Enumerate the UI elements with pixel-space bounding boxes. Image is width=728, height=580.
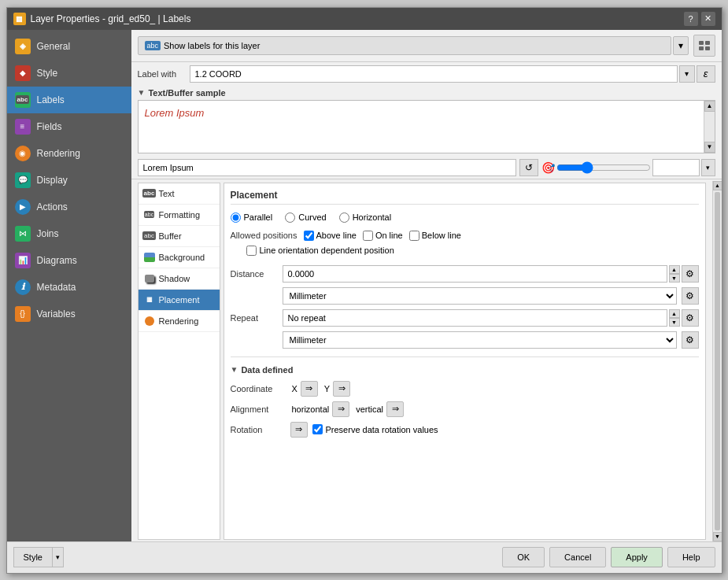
svg-rect-0 [699,41,704,45]
repeat-unit-select[interactable]: Millimeter [283,331,677,349]
divider [231,356,699,357]
distance-spin-down[interactable]: ▼ [669,274,680,283]
scroll-up-btn[interactable]: ▲ [704,101,715,112]
help-button[interactable]: Help [667,547,715,567]
sidebar-item-labels[interactable]: abc Labels [7,87,131,113]
shadow-icon [143,273,156,284]
sidebar-item-metadata[interactable]: ℹ Metadata [7,274,131,301]
coordinate-y-btn[interactable]: ⇒ [333,381,350,397]
horizontal-radio[interactable] [339,212,349,223]
coordinate-y-item: Y ⇒ [324,381,350,397]
scroll-down-btn[interactable]: ▼ [704,142,715,153]
alignment-h-btn[interactable]: ⇒ [332,401,349,417]
apply-button[interactable]: Apply [611,547,663,567]
repeat-spin-up[interactable]: ▲ [669,309,680,318]
repeat-data-defined-btn[interactable]: ⚙ [682,309,699,327]
sidebar-item-style[interactable]: ◆ Style [7,60,131,87]
on-line-check-item[interactable]: On line [363,231,403,241]
distance-unit-select[interactable]: Millimeter [283,287,677,305]
parallel-radio-item[interactable]: Parallel [231,212,273,223]
below-line-check-item[interactable]: Below line [409,231,461,241]
sub-label-placement: Placement [159,295,200,305]
curved-radio-item[interactable]: Curved [285,212,326,223]
sub-item-formatting[interactable]: abc Formatting [139,205,220,226]
search-bar: ↺ 🎯 ▾ [131,157,722,179]
line-orientation-checkbox[interactable] [246,246,257,256]
preserve-checkbox[interactable] [312,424,323,434]
color-dropdown-arrow[interactable]: ▾ [701,159,715,176]
on-line-checkbox[interactable] [363,231,373,241]
scroll-down-button[interactable]: ▼ [713,532,722,541]
coordinate-x-btn[interactable]: ⇒ [301,381,318,397]
refresh-button[interactable]: ↺ [519,159,538,176]
distance-input-wrap: ▲ ▼ ⚙ [283,265,699,283]
on-line-label: On line [375,231,403,240]
sub-item-buffer[interactable]: abc Buffer [139,226,220,247]
label-with-arrow[interactable]: ▾ [679,65,695,83]
repeat-unit-data-defined-btn[interactable]: ⚙ [682,331,699,349]
zoom-slider[interactable] [556,161,651,174]
above-line-check-item[interactable]: Above line [304,231,357,241]
preserve-label: Preserve data rotation values [326,425,438,434]
above-line-checkbox[interactable] [304,231,314,241]
sample-header-label: Text/Buffer sample [148,88,225,98]
style-dropdown-arrow[interactable]: ▾ [53,547,64,567]
label-with-field[interactable] [190,65,678,83]
layer-options-button[interactable] [693,35,715,57]
distance-unit-data-defined-btn[interactable]: ⚙ [682,287,699,305]
alignment-v-btn[interactable]: ⇒ [386,401,404,417]
below-line-checkbox[interactable] [409,231,419,241]
repeat-input[interactable] [283,309,667,327]
sidebar-item-display[interactable]: 💬 Display [7,167,131,194]
distance-input[interactable] [283,265,667,283]
cancel-button[interactable]: Cancel [549,547,606,567]
sidebar-item-variables[interactable]: {} Variables [7,301,131,327]
sidebar-item-actions[interactable]: ▶ Actions [7,194,131,220]
sub-item-placement[interactable]: ▦ Placement [139,290,220,311]
sub-item-rendering[interactable]: Rendering [139,311,220,332]
line-orientation-label: Line orientation dependent position [260,246,394,255]
sidebar-item-joins[interactable]: ⋈ Joins [7,220,131,247]
sample-section: ▼ Text/Buffer sample Lorem Ipsum ▲ ▼ [138,86,715,153]
label-with-input: ▾ ε [190,65,715,83]
rotation-btn[interactable]: ⇒ [290,422,308,438]
alignment-h-item: horizontal ⇒ [292,401,350,417]
sub-item-background[interactable]: Background [139,247,220,268]
curved-radio[interactable] [285,212,295,223]
sample-header[interactable]: ▼ Text/Buffer sample [138,86,715,100]
repeat-spin-down[interactable]: ▼ [669,318,680,327]
distance-label: Distance [231,269,278,279]
epsilon-button[interactable]: ε [697,65,715,83]
placement-icon: ▦ [143,294,156,305]
svg-rect-2 [699,46,704,50]
parallel-radio[interactable] [231,212,241,223]
general-icon: ◈ [15,39,31,54]
distance-data-defined-btn[interactable]: ⚙ [682,265,699,283]
sub-label-rendering: Rendering [159,316,199,326]
abc-badge: abc [145,41,161,50]
distance-row: Distance ▲ ▼ ⚙ [231,265,699,283]
sidebar-item-diagrams[interactable]: 📊 Diagrams [7,247,131,274]
sidebar-label-display: Display [37,175,68,186]
show-labels-dropdown-arrow[interactable]: ▾ [673,36,689,55]
label-with-label: Label with [138,69,185,79]
ok-button[interactable]: OK [502,547,545,567]
distance-spin-up[interactable]: ▲ [669,265,680,274]
sidebar-item-rendering[interactable]: ◉ Rendering [7,140,131,167]
below-line-label: Below line [422,231,461,240]
data-defined-header[interactable]: ▼ Data defined [231,365,699,375]
search-input[interactable] [138,159,516,176]
show-labels-button[interactable]: abc Show labels for this layer [138,36,671,55]
help-title-button[interactable]: ? [684,12,698,26]
style-button[interactable]: Style [13,547,53,567]
sidebar-item-general[interactable]: ◈ General [7,33,131,60]
sub-item-shadow[interactable]: Shadow [139,268,220,290]
horizontal-radio-item[interactable]: Horizontal [339,212,392,223]
sidebar-item-fields[interactable]: ≡ Fields [7,113,131,140]
scroll-thumb[interactable] [715,192,720,530]
sub-item-text[interactable]: abc Text [139,183,220,205]
color-box[interactable] [652,159,700,176]
scroll-up-button[interactable]: ▲ [713,181,722,190]
preserve-check[interactable]: Preserve data rotation values [312,424,438,434]
close-button[interactable]: ✕ [701,12,715,26]
